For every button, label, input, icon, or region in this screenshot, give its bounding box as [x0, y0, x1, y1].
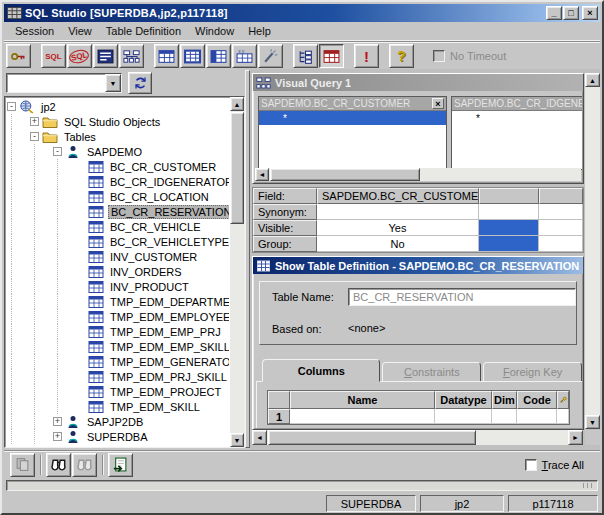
tree-item[interactable]: +INV_ORDERS: [6, 264, 229, 279]
tree-item[interactable]: +BC_CR_LOCATION: [6, 189, 229, 204]
tree-item[interactable]: +SQL Studio Objects: [6, 114, 229, 129]
menu-item-table-definition[interactable]: Table Definition: [99, 23, 188, 39]
tree-item[interactable]: -SAPDEMO: [6, 144, 229, 159]
grid-cell[interactable]: [492, 409, 517, 424]
tree-item[interactable]: +BC_CR_VEHICLE: [6, 219, 229, 234]
criteria-cell[interactable]: [479, 188, 539, 204]
find-icon[interactable]: [46, 453, 71, 477]
tree-item[interactable]: +SAPJP2DB: [6, 414, 229, 429]
combobox-field[interactable]: [7, 74, 105, 92]
tree-item[interactable]: +SUPERDBA: [6, 429, 229, 444]
expand-icon[interactable]: +: [53, 432, 62, 441]
close-icon[interactable]: ×: [432, 98, 444, 109]
connect-key-icon[interactable]: [6, 44, 31, 68]
object-filter-combobox[interactable]: ▼: [6, 73, 122, 93]
scroll-up-icon[interactable]: ▲: [230, 97, 244, 111]
tree-view-icon[interactable]: [293, 44, 318, 68]
workspace-hscrollbar[interactable]: ◄ ►: [252, 430, 583, 445]
tree-item[interactable]: +INV_PRODUCT: [6, 279, 229, 294]
criteria-cell[interactable]: [539, 204, 583, 220]
grid-cell[interactable]: [290, 409, 435, 424]
collapse-icon[interactable]: -: [30, 132, 39, 141]
table-definition-titlebar[interactable]: Show Table Definition - SAPDEMO.BC_CR_RE…: [253, 257, 583, 274]
tab-constraints[interactable]: Constraints: [382, 362, 481, 382]
menu-item-view[interactable]: View: [61, 23, 99, 39]
table-framed-icon[interactable]: [180, 44, 205, 68]
tree-item[interactable]: +TMP_EDM_PROJECT: [6, 384, 229, 399]
tree-item[interactable]: +BC_CR_CUSTOMER: [6, 159, 229, 174]
criteria-value-cell[interactable]: [317, 204, 479, 220]
table-columns-icon[interactable]: [206, 44, 231, 68]
tree-item[interactable]: +INV_CUSTOMER: [6, 249, 229, 264]
grid-cell[interactable]: [268, 424, 290, 425]
sql-dialog-icon[interactable]: SQL: [41, 44, 66, 68]
table-name-input[interactable]: [348, 288, 576, 306]
scroll-down-icon[interactable]: ▼: [230, 433, 244, 447]
collapse-icon[interactable]: -: [7, 102, 16, 111]
workspace-hscroll-thumb[interactable]: [268, 430, 476, 445]
help-icon[interactable]: ?: [389, 44, 414, 68]
tree-item[interactable]: +TMP_EDM_SKILL: [6, 399, 229, 414]
criteria-cell[interactable]: [479, 220, 539, 236]
refresh-icon[interactable]: [128, 72, 152, 94]
collapse-icon[interactable]: -: [53, 147, 62, 156]
export-log-icon[interactable]: [108, 453, 133, 477]
trace-all-checkbox-box[interactable]: [525, 459, 537, 471]
chevron-down-icon[interactable]: ▼: [105, 74, 121, 92]
criteria-cell[interactable]: [539, 188, 583, 204]
table-definition-red-icon[interactable]: [319, 44, 344, 68]
grid-cell[interactable]: [557, 409, 569, 424]
tab-foreign-key[interactable]: Foreign Key: [483, 362, 582, 382]
tree-item[interactable]: +TMP_EDM_EMP_SKILL: [6, 339, 229, 354]
tree-item[interactable]: -jp2: [6, 99, 229, 114]
tree-item[interactable]: +TMP_EDM_DEPARTMENT: [6, 294, 229, 309]
tree-item[interactable]: -Tables: [6, 129, 229, 144]
menu-item-session[interactable]: Session: [8, 23, 61, 39]
scroll-right-icon[interactable]: ►: [568, 430, 583, 445]
visual-query-hscroll-thumb[interactable]: [270, 168, 420, 181]
server-list-icon[interactable]: [93, 44, 118, 68]
execute-icon[interactable]: !: [354, 44, 379, 68]
expand-icon[interactable]: +: [30, 117, 39, 126]
criteria-cell[interactable]: [539, 220, 583, 236]
query-wand-icon[interactable]: [258, 44, 283, 68]
tree-item[interactable]: +TMP_EDM_GENERATOR: [6, 354, 229, 369]
tree-item[interactable]: +TMP_EDM_EMPLOYEE: [6, 309, 229, 324]
criteria-cell[interactable]: [539, 236, 583, 252]
query-table-header[interactable]: SAPDEMO.BC_CR_CUSTOMER×: [259, 97, 446, 111]
grid-cell[interactable]: [517, 409, 557, 424]
tree-scrollbar[interactable]: ▲ ▼: [230, 97, 244, 447]
menu-item-window[interactable]: Window: [188, 23, 241, 39]
criteria-value-cell[interactable]: No: [317, 236, 479, 252]
scroll-down-icon[interactable]: ▼: [585, 415, 600, 429]
table-xy-icon[interactable]: x y: [232, 44, 257, 68]
tab-columns[interactable]: Columns: [262, 359, 380, 382]
table-new-icon[interactable]: [154, 44, 179, 68]
sql-query-icon[interactable]: SQL: [67, 44, 92, 68]
tree-item[interactable]: +BC_CR_IDGENERATOR: [6, 174, 229, 189]
visual-query-diagram-icon[interactable]: [119, 44, 144, 68]
tree-item[interactable]: +BC_CR_VEHICLETYPE: [6, 234, 229, 249]
workspace-vscrollbar[interactable]: ▲ ▼: [585, 73, 600, 429]
minimize-button[interactable]: _: [546, 6, 562, 20]
trace-all-checkbox[interactable]: Trace All: [525, 459, 584, 471]
expand-icon[interactable]: +: [53, 417, 62, 426]
tree-item[interactable]: +BC_CR_RESERVATION: [6, 204, 229, 219]
tree-item[interactable]: +TMP_EDM_EMP_PRJ: [6, 324, 229, 339]
query-field-row[interactable]: *: [259, 111, 446, 125]
query-field-row[interactable]: *: [452, 111, 582, 125]
scroll-up-icon[interactable]: ▲: [585, 73, 600, 87]
scroll-left-icon[interactable]: ◄: [252, 430, 267, 445]
visual-query-hscrollbar[interactable]: ◄: [255, 168, 581, 181]
menu-item-help[interactable]: Help: [241, 23, 278, 39]
maximize-button[interactable]: □: [563, 6, 579, 20]
criteria-cell[interactable]: [479, 236, 539, 252]
criteria-value-cell[interactable]: Yes: [317, 220, 479, 236]
criteria-value-cell[interactable]: SAPDEMO.BC_CR_CUSTOMER.*: [317, 188, 479, 204]
grid-cell[interactable]: [435, 409, 492, 424]
criteria-cell[interactable]: [479, 204, 539, 220]
tree-item[interactable]: +TMP_EDM_PRJ_SKILL: [6, 369, 229, 384]
query-table-header[interactable]: SAPDEMO.BC_CR_IDGENE: [452, 97, 582, 111]
visual-query-titlebar[interactable]: Visual Query 1: [253, 74, 583, 91]
tree-scrollbar-thumb[interactable]: [230, 112, 244, 224]
